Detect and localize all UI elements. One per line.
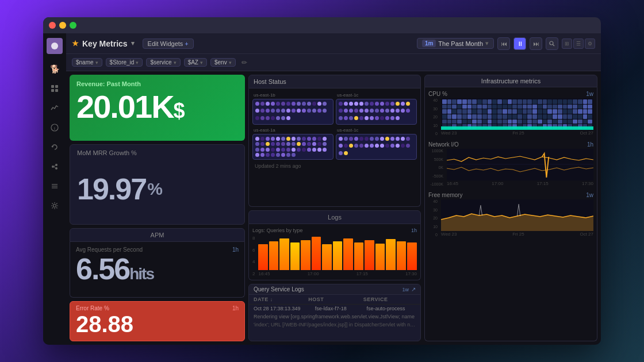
host-dot [349, 116, 353, 120]
host-dot [276, 153, 280, 157]
pause-button[interactable]: ⏸ [513, 37, 526, 50]
host-dot [390, 102, 394, 106]
memory-x-axis: Wed 23 Fri 25 Oct 27 [441, 232, 593, 237]
network-chart: 16:45 17:00 17:15 17:30 [447, 149, 593, 186]
search-button[interactable] [546, 37, 558, 50]
cpu-cell [503, 114, 507, 119]
sidebar-item-dashboard[interactable] [47, 80, 63, 97]
host-dot [297, 137, 301, 141]
minimize-button[interactable] [59, 22, 66, 29]
external-link-icon[interactable]: ↗ [411, 286, 416, 292]
maximize-button[interactable] [70, 22, 76, 29]
cpu-cell [553, 120, 557, 124]
sidebar-item-settings[interactable] [47, 198, 63, 214]
host-dot [354, 109, 358, 113]
cpu-cell [583, 120, 588, 124]
close-button[interactable] [49, 22, 56, 29]
prev-button[interactable]: ⏮ [497, 37, 510, 50]
network-y-axis: 1000K 500K 0K -500K -1000K [428, 149, 444, 186]
host-dot [266, 142, 270, 146]
log-service: fse-auto-process [366, 306, 416, 311]
cpu-cell [578, 120, 582, 124]
cpu-cell [527, 99, 532, 104]
query-logs-header: Query Service Logs 1w ↗ [249, 284, 420, 295]
list-view-button[interactable]: ☰ [573, 38, 584, 49]
cpu-cell [558, 105, 562, 109]
host-dot [401, 109, 405, 113]
host-dot [380, 137, 384, 141]
cpu-label-text: CPU % [428, 91, 447, 97]
host-dot [323, 102, 327, 106]
memory-label-text: Free memory [428, 192, 462, 198]
edit-widgets-button[interactable]: Edit Widgets + [143, 38, 194, 49]
host-dot [370, 109, 374, 113]
cpu-cell [482, 105, 487, 109]
cpu-cell [543, 99, 547, 104]
filter-env[interactable]: $env ▾ [210, 58, 236, 67]
sidebar-item-refresh[interactable] [47, 139, 63, 155]
host-dot [312, 109, 316, 113]
cpu-cell [492, 109, 497, 114]
host-dot [354, 144, 358, 148]
sidebar-item-list[interactable] [47, 178, 63, 194]
favorite-icon[interactable]: ★ [72, 39, 79, 48]
app-logo[interactable] [47, 38, 63, 54]
cpu-cell [457, 114, 462, 119]
host-dot [370, 137, 374, 141]
cpu-cell [547, 109, 552, 114]
grid-view-button[interactable]: ⊞ [562, 38, 572, 49]
host-dot [255, 142, 259, 146]
filter-az[interactable]: $AZ ▾ [184, 58, 207, 67]
host-dot [380, 102, 384, 106]
time-selector[interactable]: 1m The Past Month ▾ [417, 38, 494, 49]
sidebar-item-metrics[interactable] [47, 100, 63, 116]
cpu-cell [472, 114, 477, 119]
error-number: 28.88 [76, 311, 133, 337]
host-dot [312, 142, 316, 146]
time-label: The Past Month [438, 40, 483, 47]
host-dot [359, 102, 363, 106]
cpu-cell [523, 120, 527, 124]
infrastructure-widget: Infrastructure metrics CPU % 1w [424, 75, 597, 341]
cpu-cell [532, 99, 537, 104]
host-dot [297, 102, 301, 106]
sidebar-item-info[interactable]: i [47, 120, 63, 136]
cpu-cell [442, 99, 447, 104]
network-svg [447, 149, 593, 180]
host-dot [302, 109, 306, 113]
host-dot [260, 142, 264, 146]
filter-edit-icon[interactable]: ✏ [241, 59, 247, 67]
sidebar-item-integrations[interactable] [47, 159, 63, 175]
right-column: Infrastructure metrics CPU % 1w [424, 75, 597, 341]
filter-env-label: $env [214, 59, 227, 66]
filter-store-id[interactable]: $Store_id ▾ [106, 58, 143, 67]
svg-rect-4 [55, 89, 58, 92]
host-dot [260, 109, 264, 113]
sidebar-item-dog[interactable]: 🐕 [47, 61, 63, 77]
next-button[interactable]: ⏭ [530, 37, 542, 50]
settings-view-button[interactable]: ⚙ [585, 38, 595, 49]
query-columns: DATE ↓ HOST SERVICE [249, 295, 420, 305]
cpu-cell [477, 105, 482, 109]
host-label-1: us-east-1b [252, 92, 334, 98]
host-dot [370, 102, 374, 106]
logs-body: Logs: Queries by type 1h 8 6 4 2 [248, 224, 421, 280]
cpu-chart: Wed 23 Fri 25 Oct 27 [441, 98, 593, 136]
filter-name[interactable]: $name ▾ [72, 58, 102, 67]
cpu-cell [512, 105, 517, 109]
filter-service[interactable]: $service ▾ [146, 58, 180, 67]
sidebar: 🐕 i [43, 33, 66, 345]
host-dot [271, 148, 275, 152]
network-label-text: Network I/O [428, 141, 459, 148]
cpu-row [442, 99, 592, 104]
cpu-cell [553, 105, 557, 109]
cpu-cell [488, 99, 492, 104]
host-dot [406, 109, 410, 113]
cpu-cell [527, 120, 532, 124]
host-dot [406, 137, 410, 141]
host-dot [390, 144, 394, 148]
cpu-cell [462, 105, 467, 109]
cpu-cell [568, 99, 572, 104]
cpu-cell [452, 114, 457, 119]
host-dot [317, 142, 321, 146]
